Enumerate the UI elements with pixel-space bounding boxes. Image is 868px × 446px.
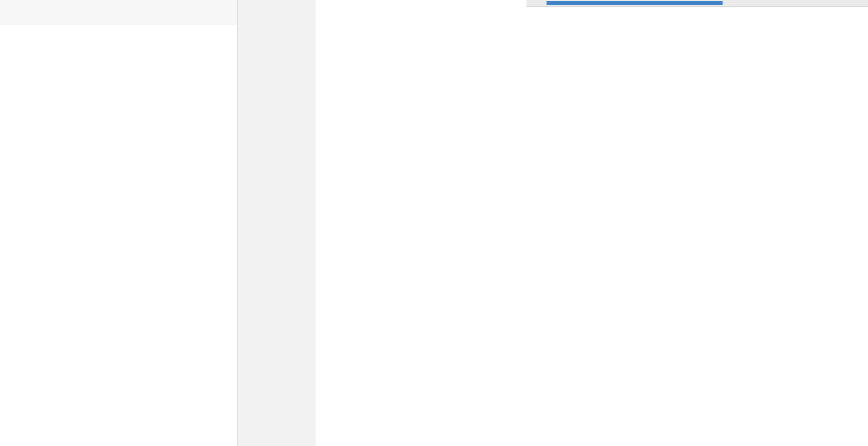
editor-gutter [238, 0, 315, 446]
structure-tree [0, 24, 237, 26]
active-tab-underline [547, 1, 723, 5]
structure-toolbar [0, 0, 237, 24]
code-editor[interactable] [238, 0, 868, 446]
structure-tool-window [0, 0, 238, 446]
editor-tab-strip [526, 0, 868, 7]
ide-window [0, 0, 868, 446]
